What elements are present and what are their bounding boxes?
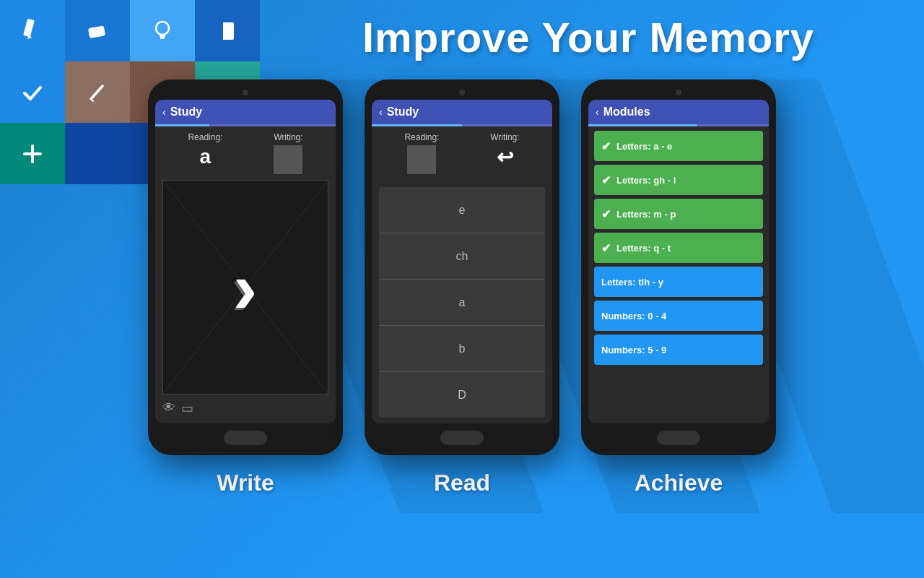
read-phone: ‹ Study Reading: Writing: ↩ xyxy=(365,79,559,455)
draw-area[interactable]: ‹ xyxy=(162,180,328,394)
check-icon-1: ✔ xyxy=(601,173,611,187)
write-phone-wrapper: ‹ Study Reading: a Writing: xyxy=(148,79,343,496)
svg-rect-7 xyxy=(221,22,223,40)
module-item-0[interactable]: ✔ Letters: a - e xyxy=(594,131,763,161)
module-label-1: Letters: gh - l xyxy=(616,175,676,186)
module-item-3[interactable]: ✔ Letters: q - t xyxy=(594,233,763,263)
eraser-icon[interactable]: ▭ xyxy=(181,400,193,416)
rw-row-read: Reading: Writing: ↩ xyxy=(379,132,545,174)
phone-bottom-achieve xyxy=(588,431,769,445)
check-icon-2: ✔ xyxy=(601,207,611,221)
svg-rect-2 xyxy=(88,25,105,38)
reading-value: a xyxy=(200,145,212,168)
camera-dot-achieve xyxy=(676,90,681,95)
phone-top-bar xyxy=(155,90,336,95)
module-label-5: Numbers: 0 - 4 xyxy=(601,311,666,322)
camera-dot xyxy=(243,90,248,95)
achieve-header-title: Modules xyxy=(603,105,650,118)
icon-lightbulb xyxy=(130,0,195,61)
back-arrow-achieve[interactable]: ‹ xyxy=(596,106,599,118)
module-item-6[interactable]: Numbers: 5 - 9 xyxy=(594,335,763,365)
svg-rect-5 xyxy=(160,37,165,39)
modules-content: ✔ Letters: a - e ✔ Letters: gh - l ✔ Let… xyxy=(588,126,769,423)
main-headline: Improve Your Memory xyxy=(267,13,910,61)
writing-symbol-read: ↩ xyxy=(497,145,513,169)
check-icon-3: ✔ xyxy=(601,241,611,255)
read-phone-wrapper: ‹ Study Reading: Writing: ↩ xyxy=(365,79,559,496)
phone-top-bar-achieve xyxy=(588,90,769,95)
draw-symbol: ‹ xyxy=(233,251,257,324)
svg-point-3 xyxy=(156,22,169,35)
choice-a[interactable]: a xyxy=(379,280,545,326)
reading-label: Reading: xyxy=(188,132,222,142)
write-header-title: Study xyxy=(170,105,202,118)
achieve-phone-wrapper: ‹ Modules ✔ Letters: a - e ✔ Letters: gh… xyxy=(581,79,776,496)
icon-eraser xyxy=(65,0,130,61)
achieve-app-header: ‹ Modules xyxy=(588,100,769,124)
module-item-4[interactable]: Letters: tlh - y xyxy=(594,267,763,297)
write-screen: ‹ Study Reading: a Writing: xyxy=(155,100,336,423)
choice-b[interactable]: b xyxy=(379,326,545,372)
choice-e[interactable]: e xyxy=(379,187,545,233)
module-label-2: Letters: m - p xyxy=(616,209,676,220)
read-content: Reading: Writing: ↩ e ch a b D xyxy=(372,126,552,423)
module-label-6: Numbers: 5 - 9 xyxy=(601,345,666,355)
home-button-read[interactable] xyxy=(440,431,484,445)
achieve-caption: Achieve xyxy=(635,470,723,496)
write-app-header: ‹ Study xyxy=(155,100,336,124)
achieve-screen: ‹ Modules ✔ Letters: a - e ✔ Letters: gh… xyxy=(588,100,769,423)
module-label-0: Letters: a - e xyxy=(616,141,672,152)
module-item-2[interactable]: ✔ Letters: m - p xyxy=(594,199,763,229)
svg-rect-4 xyxy=(160,35,165,37)
phone-bottom-write xyxy=(155,431,336,445)
module-item-1[interactable]: ✔ Letters: gh - l xyxy=(594,165,763,195)
module-item-5[interactable]: Numbers: 0 - 4 xyxy=(594,301,763,331)
camera-dot-read xyxy=(459,90,465,95)
module-label-4: Letters: tlh - y xyxy=(601,277,663,288)
home-button-write[interactable] xyxy=(224,431,267,445)
write-phone: ‹ Study Reading: a Writing: xyxy=(148,79,343,455)
answer-choices: e ch a b D xyxy=(379,187,545,418)
reading-box-read xyxy=(407,145,436,174)
phone-bottom-read xyxy=(372,431,552,445)
write-caption: Write xyxy=(217,470,274,496)
phones-row: ‹ Study Reading: a Writing: xyxy=(0,79,924,496)
home-button-achieve[interactable] xyxy=(657,431,700,445)
writing-box xyxy=(274,145,302,174)
reading-col: Reading: a xyxy=(188,132,222,174)
reading-col-read: Reading: xyxy=(404,132,439,174)
eye-icon[interactable]: 👁 xyxy=(162,400,175,416)
writing-label: Writing: xyxy=(274,132,302,142)
reading-label-read: Reading: xyxy=(404,132,439,142)
choice-d[interactable]: D xyxy=(379,372,545,418)
phone-top-bar-read xyxy=(372,90,552,95)
check-icon-0: ✔ xyxy=(601,139,611,153)
module-label-3: Letters: q - t xyxy=(616,243,671,254)
draw-controls: 👁 ▭ xyxy=(162,399,328,418)
back-arrow-write[interactable]: ‹ xyxy=(162,106,166,118)
rw-row: Reading: a Writing: xyxy=(162,132,328,174)
writing-label-read: Writing: xyxy=(490,132,519,142)
read-app-header: ‹ Study xyxy=(372,100,552,124)
back-arrow-read[interactable]: ‹ xyxy=(379,106,383,118)
writing-col-read: Writing: ↩ xyxy=(490,132,519,174)
svg-rect-0 xyxy=(23,18,35,37)
read-caption: Read xyxy=(434,470,490,496)
achieve-phone: ‹ Modules ✔ Letters: a - e ✔ Letters: gh… xyxy=(581,79,776,455)
read-header-title: Study xyxy=(387,105,419,118)
read-screen: ‹ Study Reading: Writing: ↩ xyxy=(372,100,552,423)
writing-col: Writing: xyxy=(274,132,302,174)
icon-pencil xyxy=(0,0,65,61)
write-content: Reading: a Writing: ‹ 👁 ▭ xyxy=(155,126,336,423)
choice-ch[interactable]: ch xyxy=(379,233,545,280)
icon-book xyxy=(195,0,260,61)
